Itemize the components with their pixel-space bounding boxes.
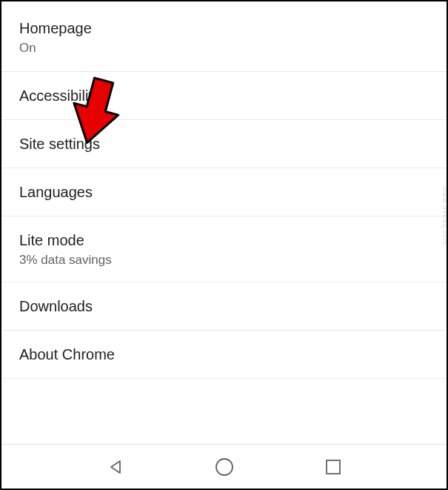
settings-item-title: Homepage (19, 18, 429, 39)
recent-apps-icon (325, 459, 341, 475)
settings-item-title: Languages (19, 182, 429, 202)
recent-apps-button[interactable] (323, 457, 344, 477)
settings-item-title: About Chrome (19, 344, 429, 365)
settings-item-about-chrome[interactable]: About Chrome (1, 331, 447, 379)
back-icon (107, 458, 124, 476)
settings-list: Homepage On Accessibility Site settings … (1, 1, 447, 444)
svg-point-0 (216, 459, 233, 475)
settings-item-title: Downloads (19, 296, 429, 317)
settings-item-site-settings[interactable]: Site settings (1, 120, 447, 168)
back-button[interactable] (105, 457, 126, 477)
settings-item-title: Site settings (19, 133, 429, 154)
settings-item-subtitle: On (19, 40, 429, 56)
settings-item-title: Lite mode (19, 230, 429, 251)
home-icon (215, 457, 234, 477)
navigation-bar (1, 444, 447, 489)
settings-item-languages[interactable]: Languages (1, 168, 447, 216)
settings-item-subtitle: 3% data savings (19, 252, 429, 268)
settings-item-homepage[interactable]: Homepage On (1, 1, 447, 72)
settings-item-accessibility[interactable]: Accessibility (1, 72, 447, 120)
watermark: www.deuaq.com (441, 186, 448, 245)
settings-item-downloads[interactable]: Downloads (1, 282, 447, 331)
home-button[interactable] (214, 457, 235, 477)
settings-item-title: Accessibility (19, 85, 429, 106)
svg-rect-1 (327, 460, 340, 474)
settings-item-lite-mode[interactable]: Lite mode 3% data savings (1, 216, 447, 282)
